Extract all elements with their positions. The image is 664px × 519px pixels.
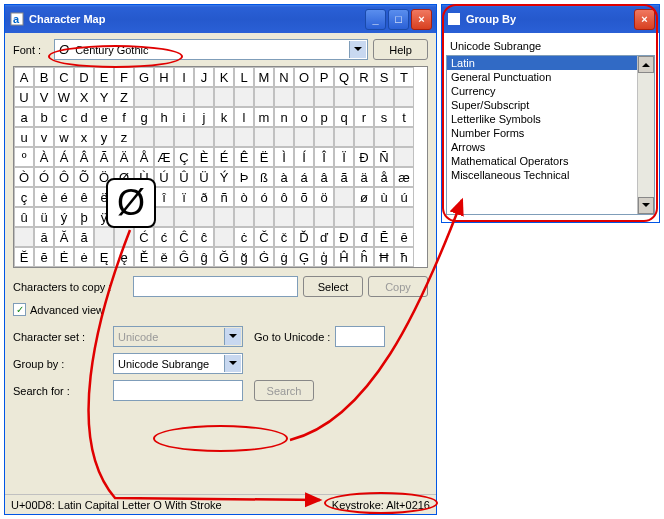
- character-cell[interactable]: [234, 207, 254, 227]
- character-cell[interactable]: Ç: [174, 147, 194, 167]
- character-cell[interactable]: [394, 147, 414, 167]
- character-cell[interactable]: ā: [34, 227, 54, 247]
- character-cell[interactable]: x: [74, 127, 94, 147]
- character-cell[interactable]: Ý: [214, 167, 234, 187]
- character-cell[interactable]: ġ: [274, 247, 294, 267]
- group-list[interactable]: LatinGeneral PunctuationCurrencySuper/Su…: [446, 55, 655, 215]
- character-cell[interactable]: Ė: [54, 247, 74, 267]
- scrollbar[interactable]: [637, 56, 654, 214]
- character-cell[interactable]: [174, 207, 194, 227]
- character-cell[interactable]: w: [54, 127, 74, 147]
- search-input[interactable]: [113, 380, 243, 401]
- character-cell[interactable]: å: [374, 167, 394, 187]
- character-cell[interactable]: [14, 227, 34, 247]
- character-cell[interactable]: [314, 127, 334, 147]
- character-cell[interactable]: [214, 87, 234, 107]
- character-cell[interactable]: D: [74, 67, 94, 87]
- character-cell[interactable]: F: [114, 67, 134, 87]
- character-grid[interactable]: ABCDEFGHIJKLMNOPQRSTUVWXYZabcdefghijklmn…: [13, 66, 428, 268]
- character-cell[interactable]: J: [194, 67, 214, 87]
- character-cell[interactable]: n: [274, 107, 294, 127]
- character-cell[interactable]: L: [234, 67, 254, 87]
- character-cell[interactable]: ę: [114, 247, 134, 267]
- character-cell[interactable]: ù: [374, 187, 394, 207]
- character-cell[interactable]: ĉ: [194, 227, 214, 247]
- character-cell[interactable]: ċ: [234, 227, 254, 247]
- character-cell[interactable]: Î: [314, 147, 334, 167]
- character-cell[interactable]: [354, 87, 374, 107]
- character-cell[interactable]: ò: [234, 187, 254, 207]
- character-cell[interactable]: [334, 87, 354, 107]
- character-cell[interactable]: Ü: [194, 167, 214, 187]
- group-list-item[interactable]: Currency: [447, 84, 654, 98]
- character-cell[interactable]: P: [314, 67, 334, 87]
- character-cell[interactable]: I: [174, 67, 194, 87]
- character-cell[interactable]: [154, 127, 174, 147]
- character-cell[interactable]: [374, 207, 394, 227]
- character-cell[interactable]: ğ: [234, 247, 254, 267]
- character-cell[interactable]: [214, 227, 234, 247]
- character-cell[interactable]: Ģ: [294, 247, 314, 267]
- character-cell[interactable]: ĝ: [194, 247, 214, 267]
- character-cell[interactable]: E: [94, 67, 114, 87]
- character-cell[interactable]: ä: [354, 167, 374, 187]
- character-cell[interactable]: H: [154, 67, 174, 87]
- character-cell[interactable]: Ē: [374, 227, 394, 247]
- character-cell[interactable]: G: [134, 67, 154, 87]
- character-cell[interactable]: á: [294, 167, 314, 187]
- chevron-down-icon[interactable]: [224, 328, 241, 345]
- character-cell[interactable]: Ì: [274, 147, 294, 167]
- character-cell[interactable]: [394, 207, 414, 227]
- character-cell[interactable]: ė: [74, 247, 94, 267]
- character-cell[interactable]: ç: [14, 187, 34, 207]
- character-cell[interactable]: ó: [254, 187, 274, 207]
- character-cell[interactable]: [154, 207, 174, 227]
- character-cell[interactable]: [294, 127, 314, 147]
- character-cell[interactable]: B: [34, 67, 54, 87]
- character-cell[interactable]: Ï: [334, 147, 354, 167]
- character-cell[interactable]: ă: [74, 227, 94, 247]
- character-cell[interactable]: ð: [194, 187, 214, 207]
- character-cell[interactable]: ô: [274, 187, 294, 207]
- character-cell[interactable]: Ú: [154, 167, 174, 187]
- character-cell[interactable]: [314, 207, 334, 227]
- character-cell[interactable]: ß: [254, 167, 274, 187]
- character-cell[interactable]: o: [294, 107, 314, 127]
- character-cell[interactable]: Ĝ: [174, 247, 194, 267]
- character-cell[interactable]: Ä: [114, 147, 134, 167]
- character-cell[interactable]: [194, 207, 214, 227]
- character-cell[interactable]: Ć: [134, 227, 154, 247]
- character-cell[interactable]: [214, 207, 234, 227]
- character-cell[interactable]: T: [394, 67, 414, 87]
- character-cell[interactable]: ĕ: [34, 247, 54, 267]
- character-cell[interactable]: k: [214, 107, 234, 127]
- titlebar[interactable]: a Character Map _ □ ×: [5, 5, 436, 33]
- group-list-item[interactable]: General Punctuation: [447, 70, 654, 84]
- character-cell[interactable]: Í: [294, 147, 314, 167]
- character-cell[interactable]: Â: [74, 147, 94, 167]
- character-cell[interactable]: [274, 207, 294, 227]
- character-cell[interactable]: â: [314, 167, 334, 187]
- character-cell[interactable]: ě: [154, 247, 174, 267]
- character-cell[interactable]: ħ: [394, 247, 414, 267]
- search-button[interactable]: Search: [254, 380, 314, 401]
- character-cell[interactable]: [174, 87, 194, 107]
- character-cell[interactable]: f: [114, 107, 134, 127]
- character-cell[interactable]: O: [294, 67, 314, 87]
- character-cell[interactable]: ê: [74, 187, 94, 207]
- character-cell[interactable]: ü: [34, 207, 54, 227]
- character-cell[interactable]: j: [194, 107, 214, 127]
- goto-unicode-input[interactable]: [335, 326, 385, 347]
- character-cell[interactable]: Ĉ: [174, 227, 194, 247]
- character-cell[interactable]: c: [54, 107, 74, 127]
- character-cell[interactable]: Ď: [294, 227, 314, 247]
- character-cell[interactable]: r: [354, 107, 374, 127]
- character-cell[interactable]: [194, 87, 214, 107]
- select-button[interactable]: Select: [303, 276, 363, 297]
- chevron-down-icon[interactable]: [349, 41, 366, 58]
- character-cell[interactable]: i: [174, 107, 194, 127]
- character-cell[interactable]: [134, 127, 154, 147]
- character-cell[interactable]: [134, 87, 154, 107]
- character-cell[interactable]: Y: [94, 87, 114, 107]
- character-cell[interactable]: ö: [314, 187, 334, 207]
